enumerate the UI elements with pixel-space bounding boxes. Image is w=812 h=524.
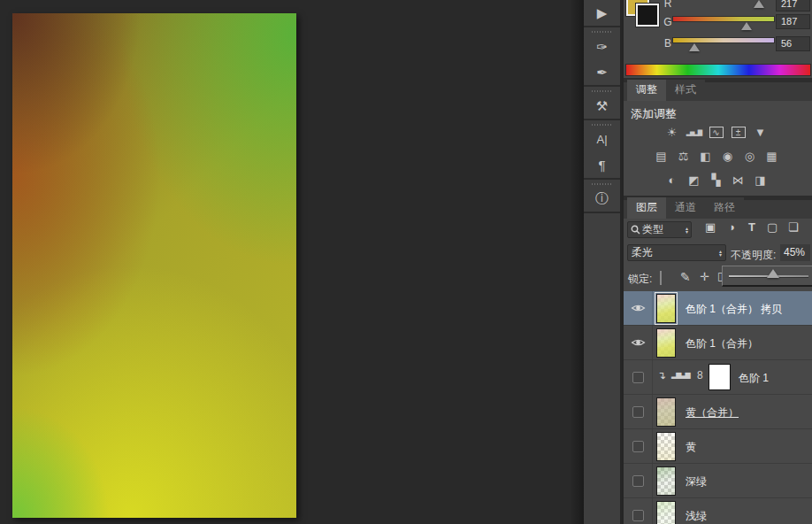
channel-g-slider[interactable]	[672, 16, 775, 22]
layers-tabbar: 图层 通道 路径	[624, 200, 812, 219]
layer-thumbnail[interactable]	[656, 501, 676, 524]
layer-thumbnail[interactable]	[656, 294, 676, 323]
selective-color-icon[interactable]: ◨	[749, 173, 771, 189]
layer-name: 黄（合并）	[686, 405, 739, 420]
channel-mixer-icon[interactable]: ◎	[739, 149, 761, 165]
invert-icon[interactable]: ◐	[661, 173, 683, 189]
channel-b-slider[interactable]	[672, 37, 775, 43]
filter-type-icon[interactable]: T	[748, 220, 755, 234]
channel-g-thumb[interactable]	[741, 22, 752, 30]
layer-row[interactable]: 黄	[624, 429, 812, 464]
lock-pixels-icon[interactable]: ✎	[680, 270, 691, 284]
blend-row: 柔光 ▴▾ 不透明度: 45%	[624, 241, 812, 265]
channel-b-value[interactable]: 56	[776, 36, 810, 51]
layer-mask-thumbnail[interactable]	[709, 364, 731, 390]
visibility-toggle-empty[interactable]	[632, 475, 644, 487]
opacity-slider-popup	[722, 266, 812, 287]
dock-separator	[584, 119, 620, 120]
panel-dock: ▶ ✑ ✒ ⚒ A| ¶ ⓘ	[584, 0, 622, 524]
clipping-mask-arrow-icon: ↴	[657, 369, 666, 381]
pasteboard	[0, 0, 584, 524]
color-spectrum-ramp[interactable]	[625, 64, 811, 76]
panel-column: R 217 G 187 B 56 调整 样式 添加调整 ☀	[622, 0, 812, 524]
blend-mode-value: 柔光	[632, 245, 719, 260]
visibility-toggle-empty[interactable]	[632, 441, 644, 452]
filter-smart-object-icon[interactable]: ❏	[788, 220, 799, 234]
layer-row[interactable]: 浅绿	[624, 498, 812, 524]
layer-name: 色阶 1（合并）	[686, 336, 758, 351]
layer-name: 深绿	[686, 474, 707, 489]
visibility-toggle-empty[interactable]	[632, 406, 644, 418]
layer-thumbnail[interactable]	[656, 328, 676, 358]
background-color-swatch[interactable]	[636, 4, 659, 27]
lock-transparency-icon[interactable]	[660, 272, 662, 284]
character-panel-icon[interactable]: A|	[584, 127, 620, 152]
opacity-value-field[interactable]: 45%	[780, 244, 810, 261]
curves-icon[interactable]: ∿	[705, 125, 727, 141]
dock-separator	[584, 212, 620, 213]
tab-paths[interactable]: 路径	[705, 197, 744, 219]
layer-thumbnail[interactable]	[656, 466, 676, 496]
dock-separator	[584, 26, 620, 27]
vibrance-icon[interactable]: ▼	[749, 125, 771, 141]
visibility-toggle-empty[interactable]	[632, 372, 644, 383]
filter-image-icon[interactable]: ▣	[705, 220, 716, 234]
layer-name: 色阶 1（合并） 拷贝	[686, 302, 782, 317]
brightness-contrast-icon[interactable]: ☀	[661, 125, 683, 141]
tab-layers[interactable]: 图层	[627, 197, 666, 219]
blend-mode-dropdown[interactable]: 柔光 ▴▾	[627, 244, 726, 261]
tool-presets-panel-icon[interactable]: ⚒	[584, 93, 620, 119]
channel-b-thumb[interactable]	[689, 43, 700, 51]
info-panel-icon[interactable]: ⓘ	[584, 186, 620, 212]
channel-r-value[interactable]: 217	[776, 0, 810, 12]
hue-saturation-icon[interactable]: ▤	[650, 149, 672, 165]
adjustments-panel: 调整 样式 添加调整 ☀ ▂▅▂▇ ∿ ± ▼ ▤ ⚖ ◧ ◉ ◎ ▦ ◐ ◩	[624, 82, 812, 196]
gradient-map-icon[interactable]: ⋈	[727, 173, 749, 189]
color-panel: R 217 G 187 B 56	[624, 0, 812, 78]
filter-kind-label: 类型	[642, 222, 686, 237]
visibility-eye-icon[interactable]	[631, 303, 646, 313]
layer-row[interactable]: ↴ ▂▆▃▆ 8 色阶 1	[624, 360, 812, 395]
photo-filter-icon[interactable]: ◉	[716, 149, 739, 165]
filter-adjustment-icon[interactable]: ◑	[728, 220, 735, 234]
layer-row[interactable]: 色阶 1（合并）	[624, 326, 812, 360]
layer-thumbnail[interactable]	[656, 432, 676, 461]
filter-kind-dropdown[interactable]: 类型 ▴▾	[627, 221, 692, 238]
layer-row[interactable]: 色阶 1（合并） 拷贝	[624, 291, 812, 326]
blend-mode-stepper-icon: ▴▾	[719, 250, 722, 257]
tab-adjustments[interactable]: 调整	[627, 80, 666, 101]
levels-adjustment-icon[interactable]: ▂▆▃▆	[671, 371, 690, 379]
lock-label: 锁定:	[628, 272, 652, 287]
brushes-panel-icon[interactable]: ✑	[584, 34, 620, 59]
channel-r-thumb[interactable]	[754, 0, 764, 8]
brush-presets-panel-icon[interactable]: ✒	[584, 59, 620, 85]
layer-name: 色阶 1	[739, 371, 769, 386]
layer-row[interactable]: 黄（合并）	[624, 395, 812, 429]
photoshop-window: ▶ ✑ ✒ ⚒ A| ¶ ⓘ R 217 G 187	[0, 0, 812, 524]
layer-row[interactable]: 深绿	[624, 464, 812, 498]
mask-link-icon[interactable]: 8	[697, 369, 703, 381]
threshold-icon[interactable]: ▚	[705, 173, 727, 189]
dock-separator	[584, 85, 620, 87]
filter-shape-icon[interactable]: ▢	[767, 220, 778, 234]
layers-panel: 图层 通道 路径 类型 ▴▾ ▣ ◑ T ▢ ❏	[624, 200, 812, 524]
black-white-icon[interactable]: ◧	[694, 149, 716, 165]
opacity-slider-thumb[interactable]	[767, 269, 779, 278]
visibility-eye-icon[interactable]	[631, 337, 646, 348]
posterize-icon[interactable]: ◩	[683, 173, 705, 189]
lock-position-icon[interactable]: ✛	[700, 270, 709, 283]
color-balance-icon[interactable]: ⚖	[672, 149, 694, 165]
levels-icon[interactable]: ▂▅▂▇	[683, 125, 705, 141]
actions-panel-icon[interactable]: ▶	[584, 0, 620, 26]
tab-styles[interactable]: 样式	[666, 80, 705, 101]
channel-r-label: R	[663, 0, 673, 10]
channel-g-value[interactable]: 187	[776, 14, 810, 29]
exposure-icon[interactable]: ±	[727, 125, 749, 141]
paragraph-panel-icon[interactable]: ¶	[584, 152, 620, 178]
document-canvas[interactable]	[12, 13, 296, 518]
color-lookup-icon[interactable]: ▦	[761, 149, 783, 165]
visibility-toggle-empty[interactable]	[632, 510, 644, 521]
layer-thumbnail[interactable]	[656, 397, 676, 427]
dock-separator	[584, 178, 620, 180]
tab-channels[interactable]: 通道	[666, 197, 705, 219]
